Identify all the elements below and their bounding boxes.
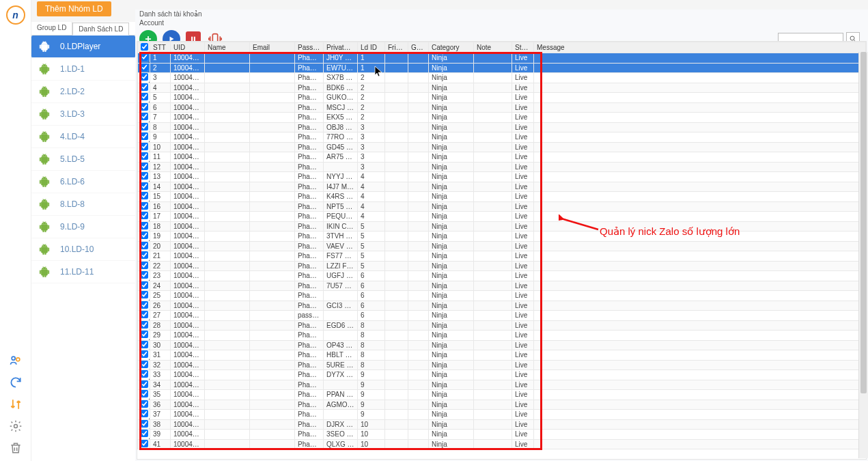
table-row[interactable]: 37100045795...PhamTu...9NinjaLive	[138, 410, 866, 420]
table-row[interactable]: 21100044989...PhamTu...FS77 B20J...5Ninj…	[138, 251, 866, 262]
table-row[interactable]: 11100045404...PhamTu...AR75 Z6KU...3Ninj…	[138, 152, 866, 163]
table-row[interactable]: 5100045211...PhamTu...GUKO 34Z...2NinjaL…	[138, 93, 866, 103]
row-checkbox[interactable]	[141, 83, 148, 91]
ld-item[interactable]: 5.LD-5	[31, 148, 135, 171]
row-checkbox[interactable]	[141, 202, 148, 210]
row-checkbox[interactable]	[141, 212, 148, 219]
ld-item[interactable]: 10.LD-10	[31, 238, 135, 261]
column-header[interactable]: UID	[171, 42, 205, 53]
table-row[interactable]: 17100045116...PhamTu...PEQU BRX...4Ninja…	[138, 212, 866, 222]
table-row[interactable]: 3100045373...PhamTu...SX7B ISIH ...2Ninj…	[138, 73, 866, 83]
row-checkbox[interactable]	[141, 64, 148, 71]
table-row[interactable]: 34100045659...PhamTu...9NinjaLive	[138, 380, 866, 390]
table-row[interactable]: 12100044942...PhamTu...3NinjaLive	[138, 162, 866, 172]
refresh-icon[interactable]	[8, 375, 23, 390]
table-row[interactable]: 2100045074...PhamTu...EW7U 4ZV...1NinjaL…	[138, 63, 866, 73]
row-checkbox[interactable]	[141, 152, 148, 160]
ld-item[interactable]: 9.LD-9	[31, 216, 135, 238]
select-all-checkbox[interactable]	[141, 43, 148, 51]
ld-item[interactable]: 6.LD-6	[31, 171, 135, 193]
row-checkbox[interactable]	[141, 182, 148, 190]
ld-item[interactable]: 4.LD-4	[31, 126, 135, 148]
row-checkbox[interactable]	[141, 420, 148, 428]
column-header[interactable]: Password	[295, 42, 324, 53]
row-checkbox[interactable]	[141, 123, 148, 130]
row-checkbox[interactable]	[141, 172, 148, 180]
table-row[interactable]: 27100045203...passcua...6NinjaLive	[138, 311, 866, 321]
table-row[interactable]: 35100045483...PhamTu...PPAN ORR...9Ninja…	[138, 390, 866, 400]
column-header[interactable]: STT	[150, 42, 171, 53]
row-checkbox[interactable]	[141, 192, 148, 199]
row-checkbox[interactable]	[141, 281, 148, 289]
row-checkbox[interactable]	[141, 103, 148, 111]
row-checkbox[interactable]	[141, 410, 148, 417]
ld-item[interactable]: 2.LD-2	[31, 81, 135, 103]
table-row[interactable]: 7100044929...PhamTu...EKX5 CL25 ...2Ninj…	[138, 113, 866, 123]
row-checkbox[interactable]	[141, 331, 148, 338]
row-checkbox[interactable]	[141, 143, 148, 150]
row-checkbox[interactable]	[141, 251, 148, 259]
tab-list-ld[interactable]: Danh Sách LD	[72, 23, 129, 36]
column-header[interactable]: Status	[512, 42, 534, 53]
table-row[interactable]: 30100045463...PhamTu...OP43 JMW...8Ninja…	[138, 340, 866, 350]
row-checkbox[interactable]	[141, 400, 148, 408]
table-row[interactable]: 10100045418...PhamTu...GD45 Q6M...3Ninja…	[138, 142, 866, 152]
table-row[interactable]: 13100045386...PhamTu...NYYJ J4M2...4Ninj…	[138, 172, 866, 182]
column-header[interactable]: Message	[534, 42, 866, 53]
column-header[interactable]: Ld ID	[358, 42, 385, 53]
vertical-scrollbar[interactable]	[858, 52, 868, 458]
table-row[interactable]: 18100045381...PhamTu...IKIN CH6G ...5Nin…	[138, 221, 866, 232]
row-checkbox[interactable]	[141, 291, 148, 298]
row-checkbox[interactable]	[141, 73, 148, 81]
table-row[interactable]: 19100045203...PhamTu...3TVH NJP...5Ninja…	[138, 232, 866, 242]
scrollbar-thumb[interactable]	[860, 52, 867, 393]
row-checkbox[interactable]	[141, 53, 148, 61]
accounts-table-wrap[interactable]: STTUIDNameEmailPasswordPrivateKeyLd IDFr…	[137, 41, 867, 460]
ld-item[interactable]: 0.LDPlayer	[31, 36, 135, 58]
table-row[interactable]: 1100045213...PhamTu...JH0Y DHM...1NinjaL…	[138, 53, 866, 64]
column-header[interactable]	[138, 42, 150, 53]
table-row[interactable]: 14100045252...PhamTu...I4J7 MENS ...4Nin…	[138, 182, 866, 192]
row-checkbox[interactable]	[141, 370, 148, 378]
table-row[interactable]: 26100045414...PhamTu...GCI3 ZPJB ...6Nin…	[138, 301, 866, 311]
row-checkbox[interactable]	[141, 232, 148, 239]
column-header[interactable]: Category	[429, 42, 474, 53]
ld-item[interactable]: 1.LD-1	[31, 58, 135, 81]
row-checkbox[interactable]	[141, 163, 148, 170]
row-checkbox[interactable]	[141, 242, 148, 249]
table-row[interactable]: 16100044951...PhamTu...NPT5 ZDQ...4Ninja…	[138, 201, 866, 212]
ld-item[interactable]: 3.LD-3	[31, 103, 135, 126]
row-checkbox[interactable]	[141, 430, 148, 437]
row-checkbox[interactable]	[141, 390, 148, 397]
row-checkbox[interactable]	[141, 311, 148, 318]
row-checkbox[interactable]	[141, 271, 148, 279]
trash-icon[interactable]	[8, 441, 23, 456]
table-row[interactable]: 23100045708...PhamTu...UGFJ EPKA...6Ninj…	[138, 271, 866, 281]
ld-item[interactable]: 11.LD-11	[31, 261, 135, 283]
column-header[interactable]: Friend	[385, 42, 408, 53]
row-checkbox[interactable]	[141, 321, 148, 329]
row-checkbox[interactable]	[141, 361, 148, 368]
row-checkbox[interactable]	[141, 301, 148, 309]
table-row[interactable]: 32100045501...PhamTu...5URE BEN...8Ninja…	[138, 360, 866, 370]
column-header[interactable]: Email	[250, 42, 295, 53]
table-row[interactable]: 15100045337...PhamTu...K4RS 2LG...4Ninja…	[138, 192, 866, 202]
table-row[interactable]: 8100045163...PhamTu...OBJ8 G3XI ...3Ninj…	[138, 122, 866, 132]
table-row[interactable]: 25100045263...PhamTu...6NinjaLive	[138, 291, 866, 301]
table-row[interactable]: 28100045532...PhamTu...EGD6 KDR...8Ninja…	[138, 320, 866, 331]
row-checkbox[interactable]	[141, 440, 148, 447]
row-checkbox[interactable]	[141, 341, 148, 348]
row-checkbox[interactable]	[141, 93, 148, 100]
row-checkbox[interactable]	[141, 350, 148, 358]
add-ld-group-button[interactable]: Thêm Nhóm LD	[37, 1, 111, 16]
table-row[interactable]: 36100045664...PhamTu...AGMO ZGV...9Ninja…	[138, 400, 866, 410]
column-header[interactable]: Note	[474, 42, 512, 53]
sort-icon[interactable]	[8, 397, 23, 412]
table-row[interactable]: 22100045387...PhamTu...LZZI FSQG ...5Nin…	[138, 261, 866, 271]
column-header[interactable]: PrivateKey	[324, 42, 358, 53]
table-row[interactable]: 31100045840...PhamTu...HBLT Q64...8Ninja…	[138, 350, 866, 361]
table-row[interactable]: 38100045510...PhamTu...DJRX U4W...10Ninj…	[138, 419, 866, 430]
row-checkbox[interactable]	[141, 132, 148, 140]
table-row[interactable]: 39100045456...PhamTu...3SEO XHK ...10Nin…	[138, 430, 866, 440]
row-checkbox[interactable]	[141, 262, 148, 269]
